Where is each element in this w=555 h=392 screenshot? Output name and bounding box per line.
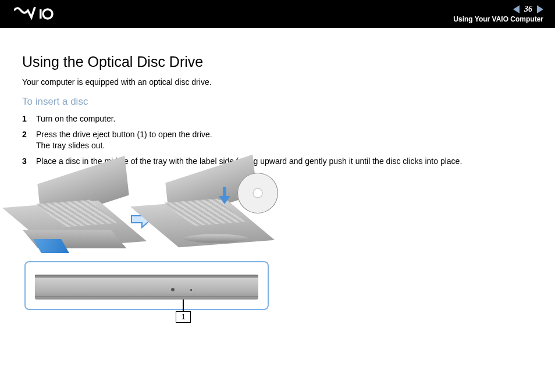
prev-page-arrow-icon[interactable]: [513, 5, 520, 13]
instruction-figure: 1: [22, 174, 281, 323]
page-title: Using the Optical Disc Drive: [22, 54, 539, 70]
step-text: Place a disc in the middle of the tray w…: [36, 156, 539, 167]
list-item: 2 Press the drive eject button (1) to op…: [22, 129, 539, 151]
header-bar: 36 Using Your VAIO Computer: [0, 0, 555, 28]
step-number: 2: [22, 129, 36, 151]
sequence-arrow-icon: [130, 209, 154, 230]
insert-arrow-icon: [219, 187, 230, 204]
eject-button-icon: [171, 288, 175, 291]
page-nav: 36: [513, 5, 543, 14]
disc-tray: [184, 234, 248, 243]
step-list: 1 Turn on the computer. 2 Press the driv…: [22, 113, 539, 167]
svg-rect-0: [40, 9, 42, 19]
laptop-closed-illustration: [22, 174, 127, 261]
disc-icon: [237, 173, 278, 213]
list-item: 1 Turn on the computer.: [22, 113, 539, 124]
page-content: Using the Optical Disc Drive Your comput…: [0, 28, 555, 323]
section-label: Using Your VAIO Computer: [453, 15, 543, 23]
intro-text: Your computer is equipped with an optica…: [22, 77, 539, 87]
next-page-arrow-icon[interactable]: [537, 5, 543, 13]
svg-point-1: [43, 9, 52, 19]
page-number: 36: [522, 5, 535, 14]
list-item: 3 Place a disc in the middle of the tray…: [22, 156, 539, 167]
vaio-logo: [14, 7, 78, 21]
laptop-open-tray-illustration: [156, 168, 281, 261]
drive-slot-highlight: [33, 239, 69, 253]
drive-closeup-panel: 1: [24, 261, 269, 310]
step-text: Turn on the computer.: [36, 113, 539, 124]
step-text: Press the drive eject button (1) to open…: [36, 129, 539, 151]
step-number: 1: [22, 113, 36, 124]
header-nav: 36 Using Your VAIO Computer: [453, 5, 543, 23]
step-number: 3: [22, 156, 36, 167]
subsection-title: To insert a disc: [22, 96, 539, 108]
vaio-logo-svg: [14, 7, 78, 21]
callout-label: 1: [176, 311, 191, 323]
